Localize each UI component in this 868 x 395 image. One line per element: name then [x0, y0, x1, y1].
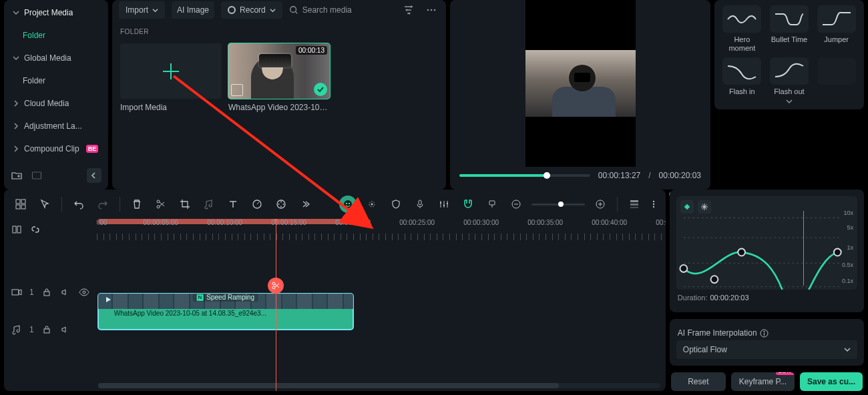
ai-image-button[interactable]: AI Image — [172, 1, 214, 19]
sidebar-item-label: Global Media — [24, 53, 71, 63]
video-track-header[interactable]: 1 — [4, 274, 97, 311]
svg-rect-45 — [17, 226, 21, 233]
visibility-icon[interactable] — [78, 286, 90, 298]
svg-point-6 — [431, 9, 433, 11]
seek-thumb[interactable] — [544, 172, 550, 179]
more-icon[interactable] — [423, 2, 439, 18]
media-tile-clip[interactable]: 00:00:13 WhatsApp Video 2023-10-05... — [228, 43, 330, 112]
svg-rect-44 — [13, 226, 16, 233]
sidebar-item-compound-clip[interactable]: Compound Clip BE — [4, 137, 108, 160]
ruler-tick: :00:00 — [97, 219, 107, 226]
filter-icon[interactable] — [401, 2, 417, 18]
ai-assistant-icon[interactable] — [339, 195, 357, 213]
shield-icon[interactable] — [387, 195, 405, 213]
svg-rect-14 — [16, 200, 20, 204]
zoom-slider[interactable] — [531, 204, 585, 206]
media-tile-import[interactable]: Import Media — [120, 43, 222, 112]
speed-ramp-graph[interactable]: 10x 5x 1x 0.5x 0.1x — [676, 196, 857, 290]
svg-rect-32 — [440, 202, 441, 204]
new-folder-icon[interactable] — [11, 169, 23, 181]
preview-stage[interactable] — [450, 0, 710, 167]
timeline-clip[interactable]: N Speed Ramping WhatsApp Video 2023-10-0… — [98, 294, 353, 330]
timeline-scrollbar[interactable] — [98, 383, 660, 388]
record-dropdown[interactable]: Record — [221, 1, 282, 19]
svg-point-26 — [344, 200, 352, 208]
auto-ripple-icon[interactable] — [11, 224, 23, 236]
timeline-ruler[interactable]: :00:00 00:00:05:00 00:00:10:00 00:00:15:… — [97, 219, 666, 240]
speed-icon[interactable] — [248, 195, 266, 213]
ruler-tick: 00:00:35:00 — [527, 219, 563, 226]
reset-button[interactable]: Reset — [671, 372, 726, 391]
sidebar-item-global-media[interactable]: Global Media — [4, 47, 108, 69]
duration-value: 00:00:20:03 — [710, 294, 748, 302]
text-icon[interactable] — [224, 195, 242, 213]
zoom-thumb[interactable] — [558, 202, 564, 207]
presets-more-icon[interactable] — [721, 96, 857, 104]
graph-playhead[interactable] — [803, 211, 804, 286]
preset-flashin[interactable]: Flash in — [721, 57, 763, 96]
split-icon[interactable] — [152, 195, 170, 213]
seek-slider[interactable] — [459, 174, 590, 177]
lock-icon[interactable] — [41, 324, 53, 336]
used-check-icon — [314, 83, 327, 96]
redo-icon[interactable] — [94, 195, 112, 213]
marker-icon[interactable] — [483, 195, 501, 213]
zoom-in-icon[interactable] — [592, 195, 609, 213]
caret-right-icon — [12, 99, 20, 107]
collapse-sidebar-button[interactable] — [87, 168, 101, 183]
undo-icon[interactable] — [70, 195, 87, 213]
info-icon[interactable] — [760, 328, 769, 338]
preset-flashout[interactable]: Flash out — [769, 57, 811, 96]
svg-point-3 — [406, 9, 408, 11]
color-icon[interactable] — [272, 195, 290, 213]
sidebar-item-adjustment-layer[interactable]: Adjustment La... — [4, 115, 108, 137]
track-height-icon[interactable] — [626, 195, 643, 213]
preset-hero[interactable]: Hero moment — [721, 5, 763, 52]
keyframe-button[interactable]: Keyframe P... BETA — [731, 372, 795, 391]
preset-bullet[interactable]: Bullet Time — [769, 5, 811, 52]
beta-badge: BETA — [776, 372, 795, 375]
audio-track-index: 1 — [29, 325, 34, 334]
zoom-out-icon[interactable] — [507, 195, 525, 213]
timeline-options-icon[interactable] — [650, 195, 658, 213]
sidebar-item-project-folder[interactable]: Folder — [4, 24, 108, 47]
clip-duration: 00:00:13 — [296, 46, 327, 55]
pointer-tool-icon[interactable] — [36, 195, 53, 213]
interp-select[interactable]: Optical Flow — [676, 340, 857, 359]
import-thumb[interactable] — [120, 43, 222, 99]
link-icon[interactable] — [29, 224, 41, 236]
cut-marker[interactable] — [268, 278, 284, 294]
audio-mixer-icon[interactable] — [435, 195, 453, 213]
search-media[interactable]: Search media — [289, 5, 394, 15]
magnet-icon[interactable] — [459, 195, 477, 213]
svg-point-42 — [653, 204, 654, 205]
mute-icon[interactable] — [59, 324, 71, 336]
new-bin-icon[interactable] — [31, 169, 43, 181]
import-dropdown[interactable]: Import — [119, 1, 165, 19]
timeline-tracks[interactable]: :00:00 00:00:05:00 00:00:10:00 00:00:15:… — [97, 219, 666, 391]
speed-icon-small: N — [196, 294, 203, 301]
delete-icon[interactable] — [128, 195, 146, 213]
enhance-icon[interactable] — [363, 195, 381, 213]
clip-thumb[interactable]: 00:00:13 — [228, 43, 330, 99]
audio-track-header[interactable]: 1 — [4, 311, 97, 348]
voiceover-icon[interactable] — [411, 195, 429, 213]
playhead[interactable] — [276, 219, 276, 391]
sidebar-item-global-folder[interactable]: Folder — [4, 69, 108, 92]
lock-icon[interactable] — [41, 286, 53, 298]
sidebar-item-cloud-media[interactable]: Cloud Media — [4, 92, 108, 115]
ruler-tick: 00:00:20:00 — [335, 219, 371, 226]
more-tools-icon[interactable] — [296, 195, 314, 213]
svg-rect-15 — [21, 200, 25, 204]
mute-icon[interactable] — [59, 286, 71, 298]
crop-icon[interactable] — [176, 195, 194, 213]
preset-jumper[interactable]: Jumper — [815, 5, 857, 52]
video-track-index: 1 — [29, 288, 34, 297]
timeline-scrollthumb[interactable] — [98, 383, 560, 388]
music-icon[interactable] — [200, 195, 218, 213]
clip-name: WhatsApp Video 2023-10-05 at 14.08.35_e9… — [114, 310, 349, 317]
save-button[interactable]: Save as cu... — [800, 372, 863, 391]
svg-rect-16 — [16, 205, 20, 209]
sidebar-item-project-media[interactable]: Project Media — [4, 1, 108, 24]
layout-grid-icon[interactable] — [12, 195, 29, 213]
